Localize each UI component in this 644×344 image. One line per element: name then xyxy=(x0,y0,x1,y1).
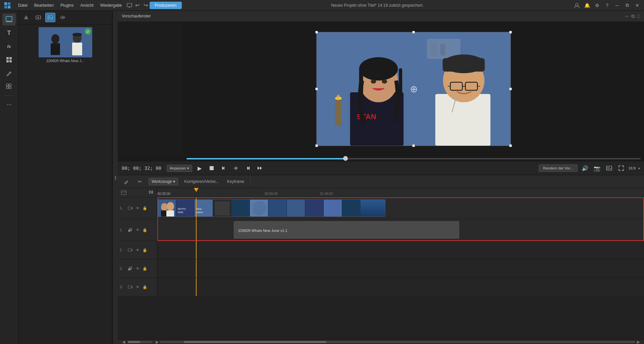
track-1-lock-icon[interactable]: 🔒 xyxy=(142,205,148,211)
handle-mr[interactable] xyxy=(509,88,512,90)
handle-bc[interactable] xyxy=(412,144,415,147)
track-1a-speaker-icon[interactable]: 🔊 xyxy=(127,227,133,233)
step-back-button[interactable] xyxy=(219,163,228,173)
timeline-scrollbar[interactable]: ◀ ▶ ▶ xyxy=(118,339,644,344)
video-lib-btn[interactable] xyxy=(33,13,43,22)
account-icon[interactable] xyxy=(573,1,581,9)
handle-ml[interactable] xyxy=(315,88,318,90)
sidebar-pen-icon[interactable] xyxy=(2,67,16,79)
sidebar-media-icon[interactable] xyxy=(2,13,16,26)
notifications-icon[interactable]: 🔔 xyxy=(583,1,591,9)
preview-split-btn[interactable]: ⧉ xyxy=(631,13,635,19)
audio-clip-1[interactable]: 220609 Whats New June v1.1 xyxy=(234,221,459,239)
sidebar-mosaic-icon[interactable] xyxy=(2,54,16,66)
fit-button[interactable]: Anpassen ▾ xyxy=(167,165,192,172)
preview-left-space xyxy=(118,21,183,156)
import-btn[interactable] xyxy=(21,13,31,22)
handle-bl[interactable] xyxy=(315,144,318,147)
waveform-button[interactable] xyxy=(231,163,240,173)
play-button[interactable]: ▶ xyxy=(195,163,204,173)
restore-button[interactable]: ⧉ xyxy=(623,1,631,9)
preview-maximize-btn[interactable]: □ xyxy=(637,13,640,19)
subtitles-icon[interactable] xyxy=(604,163,614,173)
undo-button[interactable]: ↩ xyxy=(133,1,141,9)
menu-ansicht[interactable]: Ansicht xyxy=(77,2,97,9)
video-clip-1[interactable]: MOTORIDE Newvideos xyxy=(157,199,385,217)
svg-rect-25 xyxy=(75,33,79,36)
cursor-line-1 xyxy=(196,197,197,219)
track-2-lock-icon[interactable]: 🔒 xyxy=(142,247,148,253)
stop-button[interactable] xyxy=(207,163,216,173)
menu-datei[interactable]: Datei xyxy=(15,2,31,9)
track-1a-eye-icon[interactable]: 👁 xyxy=(135,227,141,233)
track-2a-speaker-icon[interactable]: 🔊 xyxy=(127,265,133,272)
sidebar-titles-icon[interactable]: T xyxy=(2,27,16,39)
timeline-ruler-row: 00:00:00 00:50:00 01:40:02 xyxy=(118,188,644,197)
menu-bearbeiten[interactable]: Bearbeiten xyxy=(31,2,57,9)
fit-tracks-btn[interactable] xyxy=(119,188,128,197)
track-2-camera-icon[interactable] xyxy=(127,247,133,253)
fullscreen-icon[interactable] xyxy=(616,163,626,173)
scroll-end-btn[interactable]: ▶ xyxy=(635,340,641,344)
track-1-camera-icon[interactable] xyxy=(127,205,133,211)
render-button[interactable]: Rendern der Vor... xyxy=(539,164,577,172)
screen-record-icon[interactable] xyxy=(125,1,133,9)
scroll-left-btn[interactable]: ◀ xyxy=(120,339,126,344)
preview-minimize-btn[interactable]: ─ xyxy=(625,13,629,19)
keyframe-label[interactable]: Keyframe xyxy=(225,178,246,185)
tools-dropdown[interactable]: Werkzeuge ▾ xyxy=(149,178,178,185)
track-1-audio-label: 1. 🔊 👁 🔒 xyxy=(118,219,157,241)
handle-br[interactable] xyxy=(509,144,512,147)
step-forward-button[interactable] xyxy=(243,163,253,173)
scrubber-bar[interactable] xyxy=(118,156,644,161)
zoom-slider[interactable] xyxy=(128,341,153,343)
handle-tl[interactable] xyxy=(315,31,318,34)
track-2a-lock-icon[interactable]: 🔒 xyxy=(142,265,148,272)
skip-forward-button[interactable] xyxy=(255,163,265,173)
scrubber-track[interactable] xyxy=(186,158,641,159)
svg-rect-54 xyxy=(149,191,151,192)
scrubber-thumb[interactable] xyxy=(343,156,348,161)
handle-tc[interactable] xyxy=(412,31,415,34)
track-1a-lock-icon[interactable]: 🔒 xyxy=(142,227,148,233)
sidebar-grid-icon[interactable] xyxy=(2,81,16,93)
right-area: Vorschaufenster ─ ⧉ □ xyxy=(118,11,644,344)
settings-icon[interactable]: ⚙ xyxy=(593,1,601,9)
svg-text:videos: videos xyxy=(196,211,203,213)
handle-tr[interactable] xyxy=(509,31,512,34)
minimize-button[interactable]: ─ xyxy=(613,1,621,9)
track-2a-eye-icon[interactable]: 👁 xyxy=(135,265,141,272)
track-1-eye-icon[interactable]: 👁 xyxy=(135,205,141,211)
snapshot-icon[interactable]: 📷 xyxy=(592,163,602,173)
sidebar-filter-icon[interactable]: fx xyxy=(2,40,16,52)
track-3-lock-icon[interactable]: 🔒 xyxy=(142,284,148,290)
svg-rect-55 xyxy=(149,192,151,194)
svg-rect-10 xyxy=(9,60,12,62)
produce-button[interactable]: Produzieren xyxy=(150,2,182,9)
menu-wiedergabe[interactable]: Wiedergabe xyxy=(97,2,125,9)
panel-toggle[interactable]: ❯ xyxy=(112,11,118,344)
svg-point-5 xyxy=(576,3,578,6)
svg-point-59 xyxy=(161,203,168,211)
sidebar-more-icon[interactable]: ··· xyxy=(2,98,16,110)
photo-lib-btn[interactable] xyxy=(45,13,55,22)
scissors-btn[interactable]: ✂ xyxy=(135,177,145,186)
track-3-eye-icon[interactable]: 👁 xyxy=(135,284,141,290)
correct-label[interactable]: Korrigieren/Verbe... xyxy=(182,178,221,185)
track-3-camera-icon[interactable] xyxy=(127,284,133,290)
preview-area: Vorschaufenster ─ ⧉ □ xyxy=(118,11,644,175)
track-2-eye-icon[interactable]: 👁 xyxy=(135,247,141,253)
speaker-icon[interactable]: 🔊 xyxy=(580,163,590,173)
media-item-1[interactable]: ✓ 220609 Whats New J... xyxy=(21,27,109,63)
zoom-tracks-btn[interactable] xyxy=(146,188,156,197)
redo-button[interactable]: ↪ xyxy=(142,1,150,9)
draw-tool-btn[interactable] xyxy=(122,177,131,186)
menu-plugins[interactable]: Plugins xyxy=(57,2,77,9)
close-button[interactable]: ✕ xyxy=(633,1,641,9)
scroll-right-btn[interactable]: ▶ xyxy=(154,339,160,344)
horizontal-scrollbar-track[interactable] xyxy=(160,341,635,343)
svg-rect-74 xyxy=(128,249,131,251)
horizontal-scrollbar-thumb[interactable] xyxy=(184,341,326,343)
help-icon[interactable]: ? xyxy=(603,1,611,9)
audio-lib-btn[interactable] xyxy=(57,13,67,22)
